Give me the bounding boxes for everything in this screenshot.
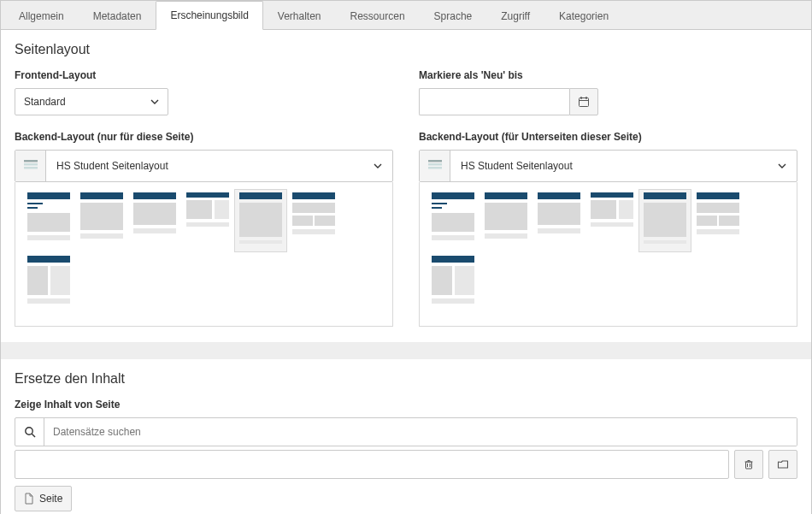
- tab-behaviour[interactable]: Verhalten: [263, 2, 336, 30]
- svg-rect-4: [24, 160, 38, 162]
- backend-this-thumbs: [15, 182, 393, 327]
- mark-new-label: Markiere als 'Neu' bis: [419, 69, 797, 81]
- layout-thumb[interactable]: [585, 189, 638, 252]
- search-icon: [15, 418, 44, 446]
- backend-this-value: HS Student Seitenlayout: [46, 160, 363, 172]
- svg-rect-28: [315, 216, 335, 226]
- layout-thumb[interactable]: [533, 189, 585, 252]
- svg-rect-8: [27, 203, 43, 204]
- svg-line-65: [32, 434, 35, 437]
- chevron-down-icon: [768, 162, 797, 170]
- svg-rect-18: [186, 192, 229, 198]
- svg-rect-32: [50, 266, 70, 295]
- backend-sub-value: HS Student Seitenlayout: [450, 160, 768, 172]
- backend-sub-thumbs: [419, 182, 797, 327]
- svg-rect-50: [619, 200, 633, 219]
- datepicker-button[interactable]: [569, 88, 598, 115]
- backend-this-label: Backend-Layout (nur für diese Seite): [15, 131, 393, 143]
- backend-sub-select[interactable]: HS Student Seitenlayout: [419, 150, 797, 182]
- browse-button[interactable]: [768, 450, 797, 479]
- svg-point-64: [25, 428, 32, 434]
- svg-rect-54: [644, 240, 686, 244]
- svg-rect-0: [580, 98, 589, 107]
- svg-rect-14: [80, 233, 123, 239]
- svg-rect-52: [644, 192, 686, 199]
- svg-rect-31: [27, 266, 48, 295]
- chevron-down-icon: [363, 162, 392, 170]
- svg-rect-56: [697, 203, 739, 213]
- svg-rect-39: [432, 207, 442, 209]
- svg-rect-9: [27, 207, 38, 209]
- svg-rect-34: [428, 160, 442, 162]
- layout-thumb[interactable]: [75, 189, 128, 252]
- svg-rect-21: [186, 222, 229, 227]
- layout-thumb[interactable]: [427, 252, 480, 316]
- svg-rect-6: [24, 167, 38, 169]
- section-title-layout: Seitenlayout: [15, 42, 797, 57]
- folder-icon: [777, 458, 789, 470]
- tab-language[interactable]: Sprache: [420, 2, 487, 30]
- tab-general[interactable]: Allgemein: [4, 2, 79, 30]
- delete-button[interactable]: [734, 450, 763, 479]
- svg-rect-26: [292, 203, 335, 213]
- svg-rect-22: [239, 192, 282, 199]
- svg-rect-44: [485, 233, 527, 239]
- svg-rect-13: [80, 203, 123, 230]
- svg-rect-49: [591, 200, 616, 219]
- svg-rect-33: [27, 298, 70, 304]
- svg-rect-36: [428, 167, 442, 169]
- backend-this-select[interactable]: HS Student Seitenlayout: [15, 150, 393, 182]
- svg-rect-57: [697, 216, 717, 226]
- tabs-bar: Allgemein Metadaten Erscheinungsbild Ver…: [1, 1, 811, 30]
- svg-rect-11: [27, 235, 70, 240]
- chevron-down-icon: [150, 97, 159, 106]
- selected-record-box[interactable]: [15, 450, 729, 479]
- svg-rect-35: [428, 163, 442, 166]
- svg-rect-40: [432, 213, 474, 232]
- svg-rect-37: [432, 192, 474, 199]
- layout-thumb[interactable]: [427, 189, 480, 252]
- svg-rect-12: [80, 192, 123, 199]
- tab-metadata[interactable]: Metadaten: [79, 2, 156, 30]
- layout-icon: [420, 151, 450, 181]
- svg-rect-47: [538, 228, 580, 233]
- svg-rect-53: [644, 203, 686, 237]
- svg-rect-63: [432, 298, 474, 304]
- tab-access[interactable]: Zugriff: [486, 2, 544, 30]
- tab-resources[interactable]: Ressourcen: [336, 2, 420, 30]
- backend-sub-label: Backend-Layout (für Unterseiten dieser S…: [419, 131, 797, 143]
- tab-appearance[interactable]: Erscheinungsbild: [156, 1, 262, 30]
- svg-rect-43: [485, 203, 527, 230]
- mark-new-input[interactable]: [419, 88, 569, 115]
- svg-rect-59: [697, 229, 739, 234]
- frontend-layout-value: Standard: [24, 96, 66, 108]
- svg-rect-46: [538, 203, 580, 225]
- svg-rect-5: [24, 163, 38, 166]
- svg-rect-45: [538, 192, 580, 199]
- svg-rect-27: [292, 216, 313, 226]
- layout-thumb[interactable]: [22, 252, 75, 316]
- svg-rect-58: [719, 216, 739, 226]
- svg-rect-62: [455, 266, 474, 295]
- layout-thumb[interactable]: [234, 189, 287, 252]
- layout-thumb[interactable]: [480, 189, 533, 252]
- layout-thumb[interactable]: [22, 189, 75, 252]
- frontend-layout-select[interactable]: Standard: [15, 88, 168, 115]
- layout-thumb[interactable]: [638, 189, 691, 252]
- layout-thumb[interactable]: [128, 189, 181, 252]
- layout-icon: [15, 151, 46, 181]
- layout-thumb[interactable]: [287, 189, 340, 252]
- svg-rect-29: [292, 229, 335, 234]
- svg-rect-55: [697, 192, 739, 199]
- svg-rect-42: [485, 192, 527, 199]
- layout-thumb[interactable]: [181, 189, 234, 252]
- svg-rect-61: [432, 266, 452, 295]
- tab-categories[interactable]: Kategorien: [544, 2, 623, 30]
- svg-rect-15: [133, 192, 176, 199]
- svg-rect-66: [746, 462, 752, 469]
- page-type-label: Seite: [39, 493, 62, 505]
- layout-thumb[interactable]: [691, 189, 744, 252]
- record-search-input[interactable]: [44, 418, 797, 446]
- page-type-button[interactable]: Seite: [15, 486, 72, 511]
- page-icon: [24, 493, 34, 505]
